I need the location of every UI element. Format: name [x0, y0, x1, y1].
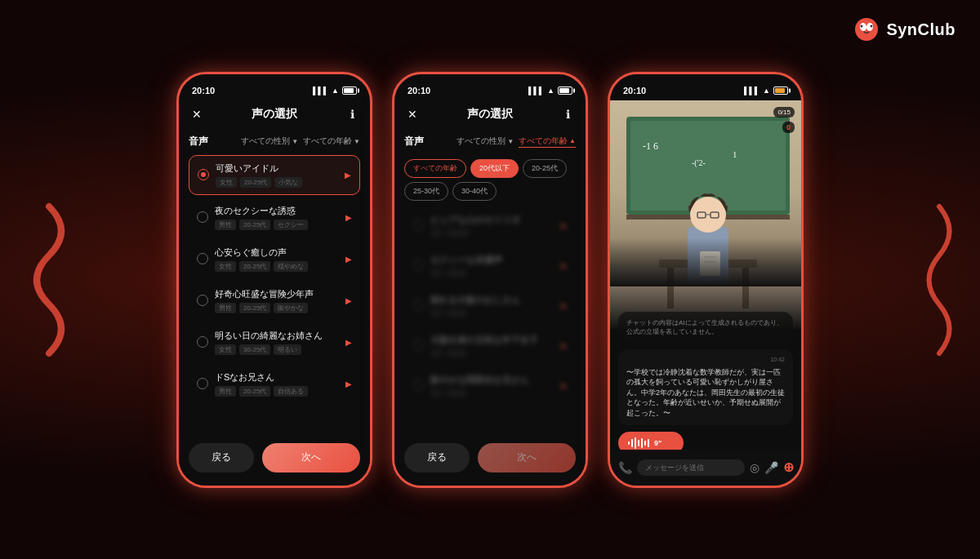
- phone-1-voice-item-3[interactable]: 心安らぐ癒しの声 女性 20-25代 穏やめな ▶: [189, 240, 360, 278]
- message-input[interactable]: [637, 459, 745, 476]
- voice-tag: 女性: [215, 344, 236, 355]
- synclub-logo: SynClub: [853, 16, 956, 42]
- location-icon[interactable]: ◎: [750, 461, 760, 474]
- battery-icon: [342, 87, 357, 95]
- phone-1-title: 声の選択: [205, 107, 344, 122]
- age-chip-25-30[interactable]: 25-30代: [404, 182, 448, 201]
- radio-unselected: [197, 253, 208, 264]
- phone-1-filter-tags: すべての性別 ▼ すべての年齢 ▼: [241, 135, 360, 147]
- radio-unselected: [412, 339, 424, 351]
- next-button[interactable]: 次へ: [262, 443, 360, 472]
- svg-text:-('2-: -('2-: [692, 158, 706, 168]
- gender-filter[interactable]: すべての性別 ▼: [457, 135, 514, 147]
- voice-tag: 女性: [215, 261, 236, 272]
- age-chip-20s[interactable]: 20代以下: [470, 159, 519, 178]
- voice-name-1: 可愛いアイドル: [216, 162, 345, 175]
- back-button-2[interactable]: 戻る: [404, 443, 470, 472]
- voice-tag: 男性: [215, 220, 236, 230]
- play-icon: ▶: [561, 301, 568, 310]
- phone-2-screen: ✕ 声の選択 ℹ 音声 すべての性別 ▼ すべての年齢 ▲: [394, 100, 586, 486]
- age-chip-20-25[interactable]: 20-25代: [523, 159, 567, 178]
- phone-1-filter-label: 音声: [189, 135, 208, 149]
- phone-2: 20:10 ▌▌▌ ▲ ✕ 声の選択 ℹ 音声 すべての性別 ▼: [392, 72, 588, 488]
- voice-name: 頼れる大阪のおじさん: [430, 294, 561, 306]
- phone-1-voice-item-2[interactable]: 夜のセクシーな誘惑 男性 20-25代 セクシー ▶: [189, 198, 360, 237]
- phone-1-voice-item-4[interactable]: 好奇心旺盛な冒険少年声 男性 20-25代 賑やかな ▶: [189, 282, 360, 320]
- phone-2-header: ✕ 声の選択 ℹ: [404, 100, 576, 130]
- chevron-down-icon: ▼: [354, 138, 360, 145]
- phone-2-voice-item-2: セクシーな俳優声 -- ------ ▶: [404, 247, 576, 284]
- svg-point-3: [861, 25, 863, 28]
- voice-tag: --: [430, 388, 443, 397]
- play-icon[interactable]: ▶: [345, 296, 352, 305]
- play-icon[interactable]: ▶: [345, 338, 352, 347]
- age-chip-all[interactable]: すべての年齢: [404, 159, 466, 178]
- voice-tag: 20-25代: [239, 261, 270, 272]
- phone-2-bottom-btns: 戻る 次へ: [404, 443, 576, 472]
- voice-info-1: 可愛いアイドル 女性 20-25代 小気な: [216, 162, 345, 188]
- waveform-bar: [641, 438, 643, 448]
- voice-info-5: 明るい日の綺麗なお姉さん 女性 30-25代 明るい: [215, 330, 345, 355]
- audio-message-bubble[interactable]: 9": [618, 432, 684, 450]
- play-icon[interactable]: ▶: [345, 379, 352, 388]
- back-button[interactable]: 戻る: [189, 443, 254, 472]
- play-icon[interactable]: ▶: [345, 213, 352, 222]
- close-icon[interactable]: ✕: [189, 108, 205, 121]
- voice-tag: 明るい: [274, 344, 301, 355]
- info-icon[interactable]: ℹ: [344, 108, 360, 121]
- phone-1-voice-item-1[interactable]: 可愛いアイドル 女性 20-25代 小気な ▶: [189, 155, 360, 195]
- voice-name-6: ドSなお兄さん: [215, 371, 345, 384]
- voice-name: 賑やかな関西弁お兄さん: [430, 374, 561, 386]
- age-chip-30-40[interactable]: 30-40代: [452, 182, 497, 201]
- play-icon: ▶: [561, 261, 568, 270]
- phone-1-voice-item-5[interactable]: 明るい日の綺麗なお姉さん 女性 30-25代 明るい ▶: [189, 323, 360, 362]
- voice-tags-6: 男性 20-25代 自信ある: [215, 386, 345, 397]
- voice-tag: 自信ある: [274, 386, 308, 397]
- phone-3-time: 20:10: [623, 86, 646, 95]
- voice-tag: 20-25代: [240, 177, 271, 188]
- waveform-bar: [635, 437, 636, 449]
- phone-icon[interactable]: 📞: [618, 461, 632, 474]
- voice-info: 大阪出身の元気な年下女子 -- ------: [430, 334, 561, 357]
- voice-name: セクシーな俳優声: [430, 254, 561, 266]
- voice-tags: -- -------: [430, 228, 561, 237]
- voice-name-4: 好奇心旺盛な冒険少年声: [215, 288, 345, 300]
- voice-info: 頼れる大阪のおじさん -- ------: [430, 294, 561, 317]
- radio-unselected: [412, 299, 424, 311]
- play-icon[interactable]: ▶: [345, 171, 351, 180]
- voice-tags-2: 男性 20-25代 セクシー: [215, 220, 345, 230]
- mic-icon[interactable]: 🎤: [764, 461, 778, 474]
- voice-tag: -------: [446, 228, 470, 237]
- chevron-down-icon: ▼: [292, 138, 298, 145]
- signal-icon: ▌▌▌: [744, 87, 760, 95]
- voice-tag: 20-25代: [239, 386, 270, 397]
- phones-container: 20:10 ▌▌▌ ▲ ✕ 声の選択 ℹ 音声 すべての性別 ▼: [176, 72, 804, 488]
- voice-tags-4: 男性 20-25代 賑やかな: [215, 303, 345, 313]
- phone-2-voice-item-5: 賑やかな関西弁お兄さん -- ------ ▶: [404, 367, 576, 404]
- radio-unselected: [412, 220, 424, 231]
- add-icon[interactable]: ⊕: [783, 459, 794, 475]
- squiggle-left-decoration: [16, 198, 82, 362]
- wifi-icon: ▲: [547, 87, 555, 95]
- age-filter[interactable]: すべての年齢 ▼: [303, 135, 360, 147]
- phone-2-voice-list-blurred: ピュアな心のロリリボ -- ------- ▶ セクシーな俳優声 --: [404, 207, 576, 404]
- phone-1-voice-item-6[interactable]: ドSなお兄さん 男性 20-25代 自信ある ▶: [189, 365, 360, 403]
- voice-name-2: 夜のセクシーな誘惑: [215, 205, 345, 217]
- phone-1-notch: [234, 74, 315, 92]
- radio-unselected: [412, 379, 424, 391]
- phone-2-filter-label: 音声: [404, 135, 424, 149]
- signal-icon: ▌▌▌: [528, 87, 544, 95]
- age-filter-dropdown: すべての年齢 20代以下 20-25代 25-30代 30-40代: [404, 155, 576, 207]
- voice-tags: -- ------: [430, 268, 561, 277]
- phone-3-status-icons: ▌▌▌ ▲: [744, 87, 788, 95]
- close-icon[interactable]: ✕: [404, 108, 421, 121]
- next-button-2[interactable]: 次へ: [478, 443, 576, 472]
- age-filter[interactable]: すべての年齢 ▲: [519, 135, 576, 148]
- play-icon[interactable]: ▶: [345, 255, 352, 264]
- voice-info-4: 好奇心旺盛な冒険少年声 男性 20-25代 賑やかな: [215, 288, 345, 313]
- chat-messages-area: チャットの内容はAIによって生成されるものであり、公式の立場を表していません。 …: [610, 307, 801, 450]
- play-icon: ▶: [561, 221, 568, 230]
- info-icon[interactable]: ℹ: [559, 108, 576, 121]
- voice-tag: ------: [446, 268, 467, 277]
- gender-filter[interactable]: すべての性別 ▼: [241, 135, 298, 147]
